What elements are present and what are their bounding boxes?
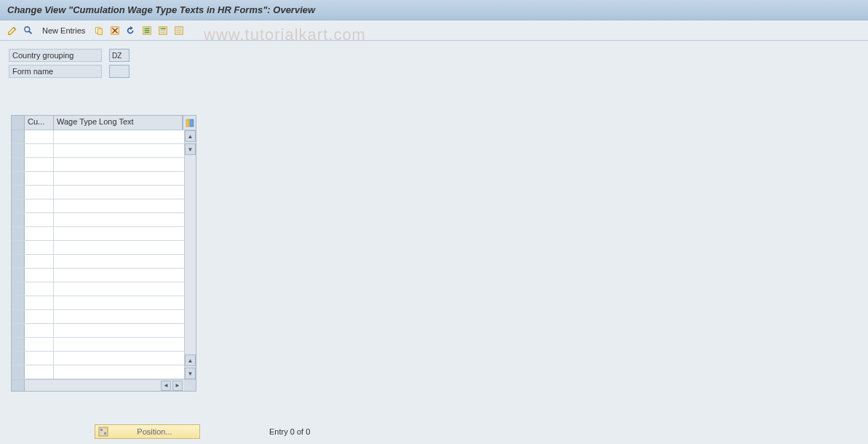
table-row[interactable] [12,130,184,144]
row-selector[interactable] [12,199,25,213]
wage-cell[interactable] [54,213,184,226]
undo-icon[interactable] [124,24,138,37]
toggle-display-change-icon[interactable] [6,24,19,37]
table-config-icon[interactable] [183,116,196,130]
scroll-down2-icon[interactable]: ▼ [185,368,196,379]
page-title: Change View "Cumulation Wage Type Texts … [0,0,868,20]
scroll-right-icon[interactable]: ► [172,381,183,391]
row-selector[interactable] [12,172,25,185]
table-row[interactable] [12,269,184,282]
table-row[interactable] [12,338,184,352]
cu-cell[interactable] [25,255,54,268]
wage-cell[interactable] [54,310,184,323]
wage-cell[interactable] [54,255,184,268]
table-row[interactable] [12,282,184,296]
wage-cell[interactable] [54,352,184,365]
table-row[interactable] [12,352,184,365]
row-selector[interactable] [12,227,25,240]
scroll-up2-icon[interactable]: ▲ [185,354,196,366]
scroll-up-icon[interactable]: ▲ [185,130,196,142]
wage-type-column-header[interactable]: Wage Type Long Text [54,116,183,130]
cu-cell[interactable] [25,227,54,240]
table-row[interactable] [12,158,184,172]
cu-cell[interactable] [25,269,54,282]
wage-cell[interactable] [54,338,184,351]
cu-cell[interactable] [25,213,54,226]
copy-as-icon[interactable] [92,24,105,37]
cu-cell[interactable] [25,352,54,365]
row-selector[interactable] [12,310,25,323]
select-block-icon[interactable] [156,24,170,37]
row-selector[interactable] [12,296,25,309]
table-row[interactable] [12,365,184,379]
wage-cell[interactable] [54,296,184,309]
delete-icon[interactable] [108,24,122,37]
cu-cell[interactable] [25,130,54,143]
row-selector[interactable] [12,213,25,226]
cu-cell[interactable] [25,172,54,185]
wage-cell[interactable] [54,172,184,185]
wage-cell[interactable] [54,130,184,143]
horizontal-scrollbar[interactable]: ◄ ► [12,379,196,391]
wage-cell[interactable] [54,241,184,254]
cu-cell[interactable] [25,282,54,296]
deselect-all-icon[interactable] [172,24,186,37]
table-row[interactable] [12,241,184,255]
wage-cell[interactable] [54,269,184,282]
table-row[interactable] [12,213,184,227]
other-view-icon[interactable] [22,24,35,37]
form-name-input[interactable] [109,65,130,78]
wage-cell[interactable] [54,186,184,199]
table-row[interactable] [12,324,184,338]
wage-cell[interactable] [54,199,184,213]
wage-cell[interactable] [54,144,184,157]
wage-cell[interactable] [54,365,184,378]
svg-line-1 [29,31,32,33]
row-selector[interactable] [12,352,25,365]
table-row[interactable] [12,227,184,241]
vertical-scrollbar[interactable]: ▲ ▼ ▲ ▼ [184,130,196,379]
table-row[interactable] [12,296,184,310]
cu-cell[interactable] [25,324,54,337]
select-all-icon[interactable] [140,24,154,37]
table-row[interactable] [12,144,184,158]
wage-cell[interactable] [54,282,184,296]
cu-cell[interactable] [25,365,54,378]
row-selector[interactable] [12,158,25,171]
cu-cell[interactable] [25,338,54,351]
table-row[interactable] [12,255,184,269]
table-row[interactable] [12,172,184,186]
row-selector[interactable] [12,269,25,282]
row-selector[interactable] [12,241,25,254]
row-selector[interactable] [12,186,25,199]
cu-cell[interactable] [25,241,54,254]
row-selector[interactable] [12,282,25,296]
cu-cell[interactable] [25,144,54,157]
cu-cell[interactable] [25,296,54,309]
wage-cell[interactable] [54,227,184,240]
cu-cell[interactable] [25,158,54,171]
scroll-down-icon[interactable]: ▼ [185,143,196,155]
row-selector[interactable] [12,255,25,268]
row-selector[interactable] [12,338,25,351]
wage-cell[interactable] [54,158,184,171]
row-selector[interactable] [12,130,25,143]
cu-column-header[interactable]: Cu... [25,116,54,130]
country-grouping-input[interactable] [109,49,130,62]
new-entries-button[interactable]: New Entries [38,25,89,36]
table-row[interactable] [12,199,184,213]
footer: Position... Entry 0 of 0 [0,422,868,441]
wage-cell[interactable] [54,324,184,337]
row-selector[interactable] [12,324,25,337]
table-header: Cu... Wage Type Long Text [12,116,196,130]
table-row[interactable] [12,310,184,324]
select-all-column-header[interactable] [12,116,25,130]
position-button[interactable]: Position... [95,424,200,439]
cu-cell[interactable] [25,186,54,199]
row-selector[interactable] [12,365,25,378]
scroll-left-icon[interactable]: ◄ [161,381,171,391]
cu-cell[interactable] [25,310,54,323]
row-selector[interactable] [12,144,25,157]
table-row[interactable] [12,186,184,199]
cu-cell[interactable] [25,199,54,213]
